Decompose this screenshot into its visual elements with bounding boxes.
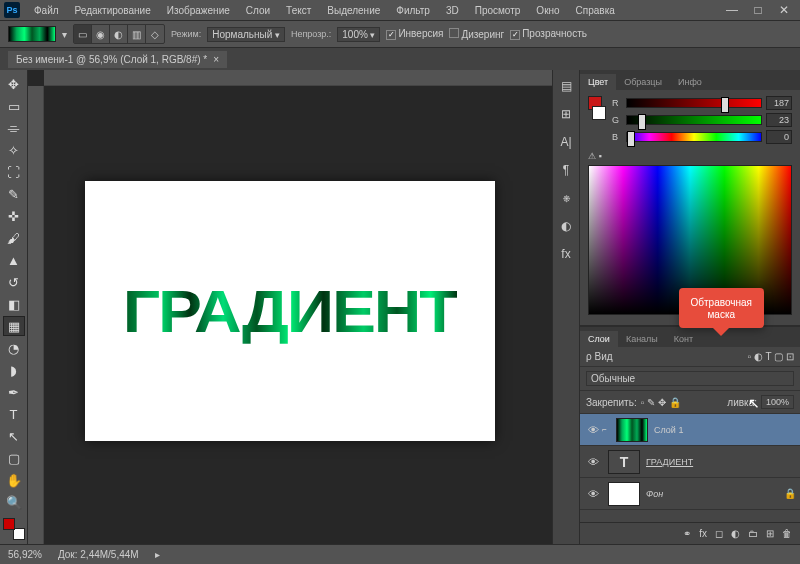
fill-value[interactable]: 100% <box>761 395 794 409</box>
tab-info[interactable]: Инфо <box>670 74 710 90</box>
menu-image[interactable]: Изображение <box>161 3 236 18</box>
g-value[interactable]: 23 <box>766 113 792 127</box>
document-tab-title: Без имени-1 @ 56,9% (Слой 1, RGB/8#) * <box>16 54 207 65</box>
fg-bg-swatch[interactable] <box>3 518 25 540</box>
character-panel-icon[interactable]: A| <box>556 132 576 152</box>
layer-name[interactable]: Фон <box>646 489 663 499</box>
group-icon[interactable]: 🗀 <box>748 528 758 539</box>
radial-gradient-button[interactable]: ◉ <box>92 25 110 43</box>
canvas-area[interactable]: ГРАДИЕНТ <box>28 70 552 544</box>
lasso-tool[interactable]: ⌯ <box>3 118 25 138</box>
brushes-panel-icon[interactable]: ⎈ <box>556 188 576 208</box>
eraser-tool[interactable]: ◧ <box>3 294 25 314</box>
menu-select[interactable]: Выделение <box>321 3 386 18</box>
pen-tool[interactable]: ✒ <box>3 382 25 402</box>
layer-blend-dropdown[interactable]: Обычные <box>586 371 794 386</box>
maximize-button[interactable]: □ <box>746 2 770 18</box>
layer-row-1[interactable]: 👁 ⌐ Слой 1 <box>580 414 800 446</box>
menu-filter[interactable]: Фильтр <box>390 3 436 18</box>
shape-tool[interactable]: ▢ <box>3 448 25 468</box>
r-slider[interactable] <box>626 98 762 108</box>
color-swatches[interactable] <box>588 96 606 120</box>
menu-window[interactable]: Окно <box>530 3 565 18</box>
artboard: ГРАДИЕНТ <box>85 181 495 441</box>
layer-kind-filter[interactable]: ρ Вид <box>586 351 613 362</box>
dodge-tool[interactable]: ◗ <box>3 360 25 380</box>
canvas-text: ГРАДИЕНТ <box>123 277 458 346</box>
stamp-tool[interactable]: ▲ <box>3 250 25 270</box>
menu-view[interactable]: Просмотр <box>469 3 527 18</box>
eyedropper-tool[interactable]: ✎ <box>3 184 25 204</box>
zoom-tool[interactable]: 🔍 <box>3 492 25 512</box>
layer-row-2[interactable]: 👁 T ГРАДИЕНТ <box>580 446 800 478</box>
lock-buttons[interactable]: ▫ ✎ ✥ 🔒 <box>641 397 681 408</box>
type-tool[interactable]: T <box>3 404 25 424</box>
layer-row-3[interactable]: 👁 Фон 🔒 <box>580 478 800 510</box>
layer-name[interactable]: Слой 1 <box>654 425 683 435</box>
trash-icon[interactable]: 🗑 <box>782 528 792 539</box>
clipping-mask-tooltip: Обтравочнаямаска <box>679 288 764 328</box>
menu-3d[interactable]: 3D <box>440 3 465 18</box>
properties-panel-icon[interactable]: ⊞ <box>556 104 576 124</box>
mask-icon[interactable]: ◻ <box>715 528 723 539</box>
layer-thumbnail[interactable] <box>608 482 640 506</box>
b-value[interactable]: 0 <box>766 130 792 144</box>
brush-tool[interactable]: 🖌 <box>3 228 25 248</box>
tab-swatches[interactable]: Образцы <box>616 74 670 90</box>
menu-edit[interactable]: Редактирование <box>69 3 157 18</box>
transparency-checkbox[interactable]: Прозрачность <box>510 28 587 40</box>
tab-paths[interactable]: Конт <box>666 331 701 347</box>
heal-tool[interactable]: ✜ <box>3 206 25 226</box>
hand-tool[interactable]: ✋ <box>3 470 25 490</box>
blend-mode-dropdown[interactable]: Нормальный ▾ <box>207 27 285 42</box>
crop-tool[interactable]: ⛶ <box>3 162 25 182</box>
link-layers-icon[interactable]: ⚭ <box>683 528 691 539</box>
history-brush-tool[interactable]: ↺ <box>3 272 25 292</box>
layer-thumbnail[interactable] <box>616 418 648 442</box>
paragraph-panel-icon[interactable]: ¶ <box>556 160 576 180</box>
menu-layer[interactable]: Слои <box>240 3 276 18</box>
tab-layers[interactable]: Слои <box>580 331 618 347</box>
blur-tool[interactable]: ◔ <box>3 338 25 358</box>
move-tool[interactable]: ✥ <box>3 74 25 94</box>
visibility-icon[interactable]: 👁 <box>584 456 602 468</box>
document-tab[interactable]: Без имени-1 @ 56,9% (Слой 1, RGB/8#) * × <box>8 51 227 68</box>
visibility-icon[interactable]: 👁 <box>584 424 602 436</box>
close-tab-icon[interactable]: × <box>213 54 219 65</box>
marquee-tool[interactable]: ▭ <box>3 96 25 116</box>
wand-tool[interactable]: ✧ <box>3 140 25 160</box>
layer-name[interactable]: ГРАДИЕНТ <box>646 457 693 467</box>
close-button[interactable]: ✕ <box>772 2 796 18</box>
reflected-gradient-button[interactable]: ▥ <box>128 25 146 43</box>
tab-channels[interactable]: Каналы <box>618 331 666 347</box>
reverse-checkbox[interactable]: Инверсия <box>386 28 443 40</box>
menu-help[interactable]: Справка <box>570 3 621 18</box>
visibility-icon[interactable]: 👁 <box>584 488 602 500</box>
menu-file[interactable]: Файл <box>28 3 65 18</box>
adjustment-icon[interactable]: ◐ <box>731 528 740 539</box>
linear-gradient-button[interactable]: ▭ <box>74 25 92 43</box>
b-slider[interactable] <box>626 132 762 142</box>
minimize-button[interactable]: — <box>720 2 744 18</box>
opacity-dropdown[interactable]: 100% ▾ <box>337 27 380 42</box>
dropdown-icon[interactable]: ▾ <box>62 29 67 40</box>
diamond-gradient-button[interactable]: ◇ <box>146 25 164 43</box>
zoom-level[interactable]: 56,92% <box>8 549 42 560</box>
styles-panel-icon[interactable]: fx <box>556 244 576 264</box>
g-slider[interactable] <box>626 115 762 125</box>
gradient-preset-swatch[interactable] <box>8 26 56 42</box>
adjustments-panel-icon[interactable]: ◐ <box>556 216 576 236</box>
doc-size[interactable]: Док: 2,44M/5,44M <box>58 549 139 560</box>
gradient-tool[interactable]: ▦ <box>3 316 25 336</box>
menu-text[interactable]: Текст <box>280 3 317 18</box>
tab-color[interactable]: Цвет <box>580 74 616 90</box>
fx-icon[interactable]: fx <box>699 528 707 539</box>
window-controls: — □ ✕ <box>720 2 796 18</box>
new-layer-icon[interactable]: ⊞ <box>766 528 774 539</box>
dither-checkbox[interactable]: Дизеринг <box>449 28 504 40</box>
history-panel-icon[interactable]: ▤ <box>556 76 576 96</box>
layer-thumbnail[interactable]: T <box>608 450 640 474</box>
angle-gradient-button[interactable]: ◐ <box>110 25 128 43</box>
r-value[interactable]: 187 <box>766 96 792 110</box>
path-tool[interactable]: ↖ <box>3 426 25 446</box>
